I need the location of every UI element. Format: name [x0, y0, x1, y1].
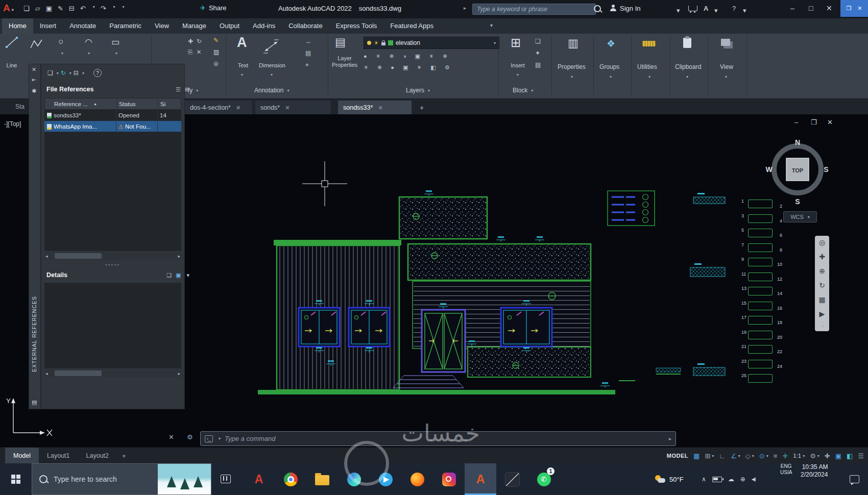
new-file-icon[interactable]: ❏	[23, 5, 30, 12]
door-window-legend[interactable]	[608, 191, 655, 226]
autocad-app-menu[interactable]: A▾	[3, 3, 14, 14]
scroll-left-icon[interactable]: ◂	[45, 371, 48, 376]
window[interactable]	[501, 308, 552, 346]
redo-icon[interactable]: ↷	[101, 5, 106, 12]
rotate-tool-icon[interactable]: ↻	[197, 38, 202, 45]
properties-panel-label[interactable]: Properties	[558, 63, 586, 70]
properties-panel-icon[interactable]: ▥	[568, 37, 578, 50]
qat-customize-icon[interactable]: ▾	[123, 5, 125, 12]
circle-dropdown-icon[interactable]: ▾	[61, 51, 63, 56]
xref-row-selected[interactable]: WhatsApp Ima... ⚠Not Fou...	[44, 121, 181, 132]
schedule-row[interactable]: 910	[741, 255, 782, 270]
copy-tool-icon[interactable]: ⎘	[188, 48, 193, 56]
xref-table-header[interactable]: Reference ... ▲ Status Si	[44, 98, 181, 110]
palette-properties-icon[interactable]: ✱	[32, 88, 36, 94]
schedule-row[interactable]: 1112	[741, 270, 782, 285]
customize-menu-icon[interactable]: ☰	[858, 452, 864, 460]
tab-model[interactable]: Model	[5, 448, 39, 464]
tab-express-tools[interactable]: Express Tools	[329, 18, 384, 34]
tab-annotate[interactable]: Annotate	[63, 18, 103, 34]
arc-dropdown-icon[interactable]: ▾	[88, 51, 90, 56]
onedrive-cloud-icon[interactable]: ☁	[728, 476, 734, 483]
share-button[interactable]: ✈ Share	[200, 4, 227, 12]
lineweight-icon[interactable]: ≡	[774, 452, 778, 460]
command-expand-icon[interactable]: ▸	[669, 436, 671, 441]
action-center[interactable]	[850, 463, 859, 495]
pencil-tool-icon[interactable]: ✎	[213, 37, 219, 44]
change-path-icon[interactable]: ⊟	[74, 69, 79, 77]
dimension-tool-icon[interactable]	[262, 39, 280, 56]
minimize-button[interactable]: –	[790, 4, 794, 12]
clipboard-expand-icon[interactable]: ▾	[686, 75, 688, 79]
taskbar-firefox[interactable]	[401, 463, 433, 495]
list-view-icon[interactable]: ☰	[176, 86, 181, 93]
tab-featured-apps[interactable]: Featured Apps	[383, 18, 440, 34]
view-panel-icon[interactable]	[721, 39, 730, 47]
language-indicator[interactable]: ENG USIA	[780, 463, 792, 495]
scroll-right-icon[interactable]: ▸	[178, 254, 180, 259]
search-icon[interactable]	[594, 5, 601, 12]
sign-in-dropdown-icon[interactable]: ▾	[677, 7, 680, 14]
viewcube-east[interactable]: S	[824, 165, 828, 174]
view-panel-label[interactable]: View	[720, 63, 733, 70]
window[interactable]	[349, 308, 390, 346]
linear-dimension-icon[interactable]: ↔	[305, 38, 311, 45]
utilities-expand-icon[interactable]: ▾	[648, 75, 650, 79]
start-tab-fragment[interactable]: Sta	[15, 103, 25, 110]
schedule-row[interactable]: 1516	[741, 299, 782, 314]
zoom-icon[interactable]: ⊕	[819, 267, 825, 275]
groups-panel-icon[interactable]: ❖	[607, 38, 615, 50]
schedule-box[interactable]	[748, 214, 773, 223]
view-expand-icon[interactable]: ▾	[725, 75, 727, 79]
viewcube-north[interactable]: N	[795, 138, 800, 146]
schedule-box[interactable]	[748, 360, 773, 368]
network-icon[interactable]: ⊕	[740, 476, 745, 483]
gradient-tool-icon[interactable]: ⊜	[213, 60, 219, 67]
tree-view-icon[interactable]: ⊞	[185, 86, 189, 93]
layer-tools-row-1[interactable]: ● ☀ ❄ ◑ ▣ ☀ ❄	[364, 53, 451, 60]
close-icon[interactable]: ✕	[285, 105, 290, 111]
redo-dropdown-icon[interactable]: ▾	[113, 5, 115, 12]
scroll-left-icon[interactable]: ◂	[45, 254, 48, 259]
building-elevation[interactable]	[258, 190, 615, 394]
groups-panel-label[interactable]: Groups	[599, 63, 619, 70]
full-navigation-wheel-icon[interactable]: ◎	[819, 238, 825, 246]
taskbar-dark-app[interactable]	[496, 463, 528, 495]
undo-icon[interactable]: ↶	[80, 5, 86, 12]
scroll-right-icon[interactable]: ▸	[178, 371, 180, 376]
move-crosshair-icon[interactable]: ✚	[825, 452, 830, 460]
tab-insert[interactable]: Insert	[33, 18, 63, 34]
graphics-performance-icon[interactable]: ◧	[847, 452, 853, 460]
line-tool-label[interactable]: Line	[3, 62, 20, 68]
schedule-row[interactable]: 1314	[741, 284, 782, 299]
search-expand-icon[interactable]: ▸	[464, 5, 466, 11]
viewport-controls-label[interactable]: -][Top]	[4, 120, 21, 128]
object-snap-icon[interactable]: ⊙▾	[759, 452, 768, 460]
polyline-tool-icon[interactable]	[30, 38, 43, 53]
block-panel-label[interactable]: Block▾	[513, 87, 533, 94]
doc-tab-2[interactable]: sonds*✕	[255, 101, 331, 115]
isodraft-icon[interactable]: ◇▾	[745, 452, 754, 460]
leader-tool-icon[interactable]: ⌖	[305, 61, 311, 68]
palette-icon[interactable]: ▤	[32, 399, 37, 406]
palette-title-strip[interactable]: ✕ ⇤ ✱ EXTERNAL REFERENCES ▤	[29, 64, 41, 409]
tab-manage[interactable]: Manage	[176, 18, 213, 34]
details-dropdown-icon[interactable]: ▾	[186, 272, 189, 279]
window[interactable]	[299, 308, 340, 346]
arc-tool-icon[interactable]: ◠	[85, 37, 92, 47]
taskbar-edge[interactable]	[338, 463, 370, 495]
tab-parametric[interactable]: Parametric	[103, 18, 148, 34]
grid-view-icon[interactable]: ▦	[818, 295, 825, 304]
groups-expand-icon[interactable]: ▾	[610, 75, 612, 79]
layer-properties-label-1[interactable]: Layer	[329, 55, 360, 61]
search-highlight-image[interactable]	[158, 464, 211, 494]
recent-commands-icon[interactable]: ▾	[219, 436, 221, 441]
maximize-button[interactable]: □	[809, 4, 813, 12]
battery-icon[interactable]	[712, 477, 722, 482]
rectangle-tool-icon[interactable]: ▭	[111, 37, 119, 47]
xref-list-empty-area[interactable]	[44, 132, 181, 251]
erase-tool-icon[interactable]: ✕	[197, 48, 202, 56]
manage-attributes-icon[interactable]: ▤	[535, 61, 541, 68]
pan-icon[interactable]: ✚	[819, 253, 825, 261]
doc-tab-3-active[interactable]: sondss33*✕	[338, 101, 412, 115]
